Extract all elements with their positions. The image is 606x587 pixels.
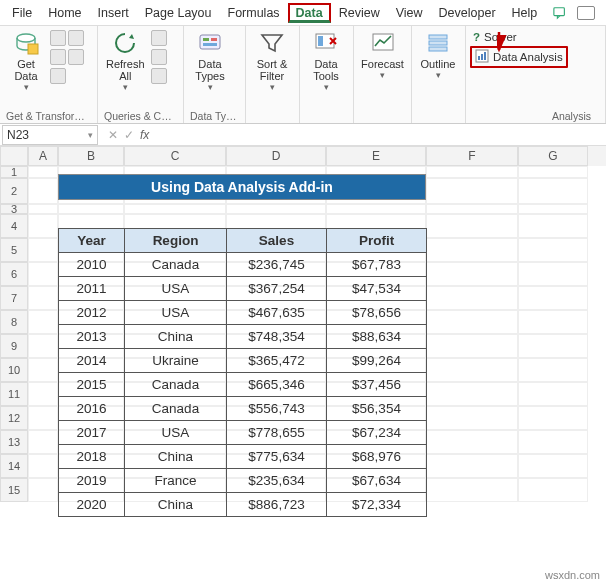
row-header[interactable]: 5 bbox=[0, 238, 28, 262]
table-cell[interactable]: 2012 bbox=[59, 301, 125, 325]
col-header[interactable]: D bbox=[226, 146, 326, 166]
confirm-icon[interactable]: ✓ bbox=[124, 128, 134, 142]
cell[interactable] bbox=[518, 478, 588, 502]
table-cell[interactable]: 2010 bbox=[59, 253, 125, 277]
cell[interactable] bbox=[28, 214, 58, 238]
cell[interactable] bbox=[518, 286, 588, 310]
tab-developer[interactable]: Developer bbox=[431, 3, 504, 23]
cell[interactable] bbox=[518, 430, 588, 454]
col-header[interactable]: B bbox=[58, 146, 124, 166]
table-cell[interactable]: USA bbox=[125, 301, 227, 325]
cell[interactable] bbox=[518, 166, 588, 178]
table-cell[interactable]: $72,334 bbox=[327, 493, 427, 517]
table-cell[interactable]: $56,354 bbox=[327, 397, 427, 421]
tab-file[interactable]: File bbox=[4, 3, 40, 23]
table-cell[interactable]: Canada bbox=[125, 373, 227, 397]
row-header[interactable]: 15 bbox=[0, 478, 28, 502]
table-cell[interactable]: $67,783 bbox=[327, 253, 427, 277]
name-box[interactable]: N23 ▾ bbox=[2, 125, 98, 145]
row-header[interactable]: 10 bbox=[0, 358, 28, 382]
table-cell[interactable]: $886,723 bbox=[227, 493, 327, 517]
cell[interactable] bbox=[518, 178, 588, 204]
cell[interactable] bbox=[518, 214, 588, 238]
cell[interactable] bbox=[426, 262, 518, 286]
table-cell[interactable]: $47,534 bbox=[327, 277, 427, 301]
tab-data[interactable]: Data bbox=[288, 3, 331, 23]
row-header[interactable]: 8 bbox=[0, 310, 28, 334]
table-cell[interactable]: $778,655 bbox=[227, 421, 327, 445]
cell[interactable] bbox=[28, 454, 58, 478]
cell[interactable] bbox=[28, 478, 58, 502]
data-tools-button[interactable]: Data Tools ▾ bbox=[304, 28, 348, 94]
cell[interactable] bbox=[28, 406, 58, 430]
share-icon[interactable] bbox=[577, 6, 595, 20]
row-header[interactable]: 11 bbox=[0, 382, 28, 406]
get-transform-mini-icons-2[interactable] bbox=[68, 28, 84, 67]
tab-help[interactable]: Help bbox=[504, 3, 546, 23]
cell[interactable] bbox=[426, 166, 518, 178]
formula-input[interactable] bbox=[157, 125, 606, 145]
col-header[interactable]: F bbox=[426, 146, 518, 166]
cell[interactable] bbox=[28, 166, 58, 178]
cell[interactable] bbox=[518, 262, 588, 286]
table-cell[interactable]: $67,634 bbox=[327, 469, 427, 493]
row-header[interactable]: 9 bbox=[0, 334, 28, 358]
data-types-button[interactable]: Data Types ▾ bbox=[188, 28, 232, 94]
col-header[interactable]: A bbox=[28, 146, 58, 166]
select-all-corner[interactable] bbox=[0, 146, 28, 166]
table-cell[interactable]: 2017 bbox=[59, 421, 125, 445]
cell[interactable] bbox=[426, 310, 518, 334]
table-cell[interactable]: Canada bbox=[125, 253, 227, 277]
cell[interactable] bbox=[28, 204, 58, 214]
cell[interactable] bbox=[426, 238, 518, 262]
cell[interactable] bbox=[28, 238, 58, 262]
table-cell[interactable]: $236,745 bbox=[227, 253, 327, 277]
table-cell[interactable]: China bbox=[125, 325, 227, 349]
cell[interactable] bbox=[426, 178, 518, 204]
tab-home[interactable]: Home bbox=[40, 3, 89, 23]
cell[interactable] bbox=[426, 286, 518, 310]
get-data-button[interactable]: Get Data ▾ bbox=[4, 28, 48, 94]
table-cell[interactable]: $665,346 bbox=[227, 373, 327, 397]
cell[interactable] bbox=[426, 454, 518, 478]
cell[interactable] bbox=[28, 358, 58, 382]
cell[interactable] bbox=[28, 262, 58, 286]
cell[interactable] bbox=[518, 382, 588, 406]
table-cell[interactable]: $467,635 bbox=[227, 301, 327, 325]
row-header[interactable]: 13 bbox=[0, 430, 28, 454]
row-header[interactable]: 7 bbox=[0, 286, 28, 310]
table-cell[interactable]: Canada bbox=[125, 397, 227, 421]
cell[interactable] bbox=[426, 382, 518, 406]
forecast-button[interactable]: Forecast ▾ bbox=[358, 28, 407, 82]
table-cell[interactable]: 2011 bbox=[59, 277, 125, 301]
tab-view[interactable]: View bbox=[388, 3, 431, 23]
table-cell[interactable]: $367,254 bbox=[227, 277, 327, 301]
table-cell[interactable]: 2013 bbox=[59, 325, 125, 349]
table-cell[interactable]: USA bbox=[125, 277, 227, 301]
tab-page-layout[interactable]: Page Layou bbox=[137, 3, 220, 23]
cell[interactable] bbox=[426, 406, 518, 430]
table-cell[interactable]: 2018 bbox=[59, 445, 125, 469]
table-cell[interactable]: 2019 bbox=[59, 469, 125, 493]
row-header[interactable]: 3 bbox=[0, 204, 28, 214]
cell[interactable] bbox=[426, 214, 518, 238]
queries-mini-icons[interactable] bbox=[151, 28, 167, 86]
table-cell[interactable]: France bbox=[125, 469, 227, 493]
row-header[interactable]: 2 bbox=[0, 178, 28, 204]
table-cell[interactable]: $775,634 bbox=[227, 445, 327, 469]
cell[interactable] bbox=[518, 406, 588, 430]
cell[interactable] bbox=[28, 286, 58, 310]
cell[interactable] bbox=[28, 382, 58, 406]
row-header[interactable]: 14 bbox=[0, 454, 28, 478]
get-transform-mini-icons[interactable] bbox=[50, 28, 66, 86]
table-cell[interactable]: USA bbox=[125, 421, 227, 445]
tab-review[interactable]: Review bbox=[331, 3, 388, 23]
col-header[interactable]: G bbox=[518, 146, 588, 166]
sort-filter-button[interactable]: Sort & Filter ▾ bbox=[250, 28, 294, 94]
row-header[interactable]: 1 bbox=[0, 166, 28, 178]
table-cell[interactable]: $365,472 bbox=[227, 349, 327, 373]
solver-button[interactable]: ? Solver bbox=[470, 30, 520, 44]
row-header[interactable]: 4 bbox=[0, 214, 28, 238]
cell[interactable] bbox=[426, 478, 518, 502]
cell[interactable] bbox=[426, 334, 518, 358]
